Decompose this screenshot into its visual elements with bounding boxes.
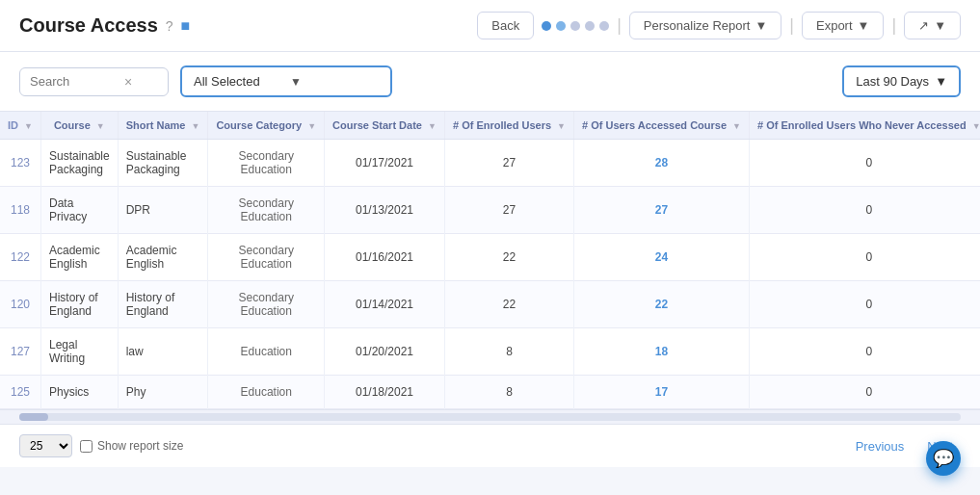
share-button[interactable]: ↗ ▼	[904, 12, 961, 39]
cell-users_accessed[interactable]: 18	[574, 328, 750, 376]
scroll-track[interactable]	[19, 413, 961, 421]
col-header-start-date[interactable]: Course Start Date ▼	[325, 112, 445, 140]
cell-enrolled_never: 0	[750, 328, 980, 376]
page-size-select[interactable]: 25 50 100	[19, 434, 72, 457]
cell-course_start_date: 01/14/2021	[325, 281, 445, 328]
cell-course_category: Secondary Education	[208, 281, 325, 328]
help-icon[interactable]: ?	[166, 18, 173, 34]
table-row: 125PhysicsPhyEducation01/18/202181706102…	[0, 376, 980, 409]
cell-course_category: Education	[208, 376, 325, 409]
cell-course: Physics	[40, 376, 118, 409]
sort-icon-never: ▼	[972, 121, 980, 131]
chevron-down-icon-4: ▼	[290, 75, 379, 89]
dot-3	[570, 21, 580, 31]
cell-id: 123	[0, 140, 40, 187]
back-button[interactable]: Back	[477, 12, 534, 39]
search-box[interactable]: ×	[19, 67, 169, 96]
cell-id: 120	[0, 281, 40, 328]
cell-short_name: Academic English	[118, 234, 208, 281]
cell-course_start_date: 01/17/2021	[325, 140, 445, 187]
table-row: 118Data PrivacyDPRSecondary Education01/…	[0, 187, 980, 234]
show-report-text: Show report size	[97, 439, 183, 453]
title-area: Course Access ? ■	[19, 14, 190, 37]
col-header-category[interactable]: Course Category ▼	[208, 112, 325, 140]
cell-course: Legal Writing	[40, 328, 118, 376]
cell-course_start_date: 01/20/2021	[325, 328, 445, 376]
dot-1	[542, 21, 551, 31]
col-header-accessed[interactable]: # Of Users Accessed Course ▼	[574, 112, 750, 140]
export-label: Export	[816, 18, 853, 33]
col-header-never[interactable]: # Of Enrolled Users Who Never Accessed ▼	[750, 112, 980, 140]
chevron-down-icon-3: ▼	[934, 18, 946, 33]
all-selected-label: All Selected	[194, 74, 282, 89]
cell-enrolled_never: 0	[750, 187, 980, 234]
dot-2	[556, 21, 566, 31]
page-title: Course Access	[19, 14, 158, 37]
col-header-course[interactable]: Course ▼	[40, 112, 118, 140]
show-report-label: Show report size	[80, 439, 183, 453]
table-row: 122Academic EnglishAcademic EnglishSecon…	[0, 234, 980, 281]
cell-course_category: Secondary Education	[208, 187, 325, 234]
cell-course_start_date: 01/18/2021	[325, 376, 445, 409]
separator-1: |	[617, 15, 622, 36]
cell-enrolled_users: 8	[444, 376, 573, 409]
cell-course: Academic English	[40, 234, 118, 281]
col-header-short-name[interactable]: Short Name ▼	[118, 112, 208, 140]
date-range-label: Last 90 Days	[856, 74, 929, 89]
cell-course_category: Secondary Education	[208, 234, 325, 281]
horizontal-scrollbar[interactable]	[0, 409, 980, 424]
cell-enrolled_never: 0	[750, 281, 980, 328]
personalize-report-button[interactable]: Personalize Report ▼	[629, 12, 781, 39]
col-header-enrolled[interactable]: # Of Enrolled Users ▼	[444, 112, 573, 140]
dot-4	[585, 21, 595, 31]
cell-users_accessed[interactable]: 24	[574, 234, 750, 281]
cell-course_category: Education	[208, 328, 325, 376]
cell-users_accessed[interactable]: 17	[574, 376, 750, 409]
cell-enrolled_users: 8	[444, 328, 573, 376]
sort-icon-enrolled: ▼	[557, 121, 566, 131]
table-row: 127Legal WritinglawEducation01/20/202181…	[0, 328, 980, 376]
cell-course_start_date: 01/13/2021	[325, 187, 445, 234]
table-body: 123Sustainable PackagingSustainable Pack…	[0, 140, 980, 409]
show-report-checkbox[interactable]	[80, 440, 93, 453]
data-table-container: ID ▼ Course ▼ Short Name ▼ Course Catego…	[0, 112, 980, 409]
cell-course_category: Secondary Education	[208, 140, 325, 187]
cell-enrolled_users: 27	[444, 187, 573, 234]
cell-course_start_date: 01/16/2021	[325, 234, 445, 281]
dot-5	[599, 21, 609, 31]
separator-2: |	[789, 15, 794, 36]
cell-short_name: law	[118, 328, 208, 376]
cell-users_accessed[interactable]: 22	[574, 281, 750, 328]
top-bar: Course Access ? ■ Back | Personalize Rep…	[0, 0, 980, 52]
sort-icon-short: ▼	[192, 121, 200, 131]
cell-short_name: DPR	[118, 187, 208, 234]
sort-icon-date: ▼	[428, 121, 437, 131]
sort-icon-course: ▼	[96, 121, 105, 131]
cell-enrolled_never: 0	[750, 376, 980, 409]
cell-course: Data Privacy	[40, 187, 118, 234]
chevron-down-icon-2: ▼	[858, 18, 870, 33]
bottom-bar: 25 50 100 Show report size Previous Next	[0, 424, 980, 467]
cell-enrolled_never: 0	[750, 234, 980, 281]
cell-enrolled_users: 22	[444, 281, 573, 328]
cell-id: 122	[0, 234, 40, 281]
previous-button[interactable]: Previous	[848, 435, 913, 457]
cell-enrolled_never: 0	[750, 140, 980, 187]
table-row: 120History of EnglandHistory of EnglandS…	[0, 281, 980, 328]
cell-course: History of England	[40, 281, 118, 328]
export-button[interactable]: Export ▼	[802, 12, 884, 39]
scroll-thumb[interactable]	[19, 413, 48, 421]
filters-bar: × All Selected ▼ Last 90 Days ▼	[0, 52, 980, 112]
separator-3: |	[891, 15, 896, 36]
col-header-id[interactable]: ID ▼	[0, 112, 40, 140]
search-input[interactable]	[30, 74, 117, 89]
bookmark-icon[interactable]: ■	[181, 17, 191, 35]
clear-search-icon[interactable]: ×	[124, 74, 132, 90]
cell-short_name: Phy	[118, 376, 208, 409]
cell-enrolled_users: 22	[444, 234, 573, 281]
cell-users_accessed[interactable]: 27	[574, 187, 750, 234]
cell-course: Sustainable Packaging	[40, 140, 118, 187]
date-range-button[interactable]: Last 90 Days ▼	[842, 65, 961, 97]
all-selected-dropdown[interactable]: All Selected ▼	[180, 65, 392, 97]
cell-users_accessed[interactable]: 28	[574, 140, 750, 187]
